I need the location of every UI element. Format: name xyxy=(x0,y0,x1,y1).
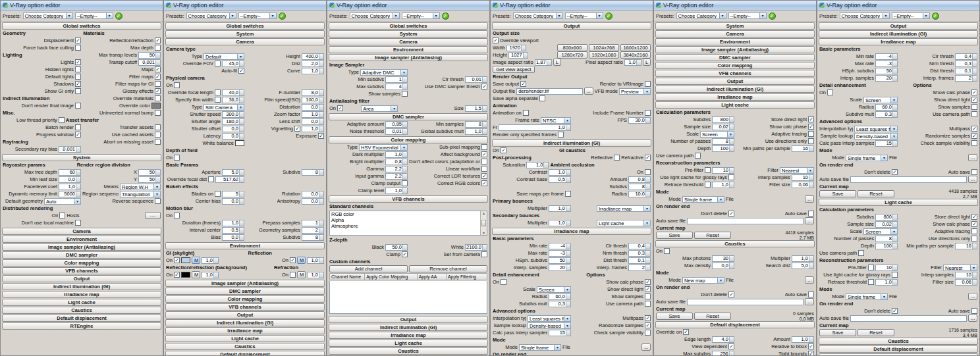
section-header-global-switches[interactable]: Global switches xyxy=(329,22,488,30)
checkbox-retrace-threshold[interactable] xyxy=(705,182,711,188)
field-override-focal-dist[interactable]: 517,62 xyxy=(215,176,244,183)
field-filter-size[interactable]: 0,06 xyxy=(955,279,977,286)
checkbox-filter-maps[interactable]: ✓ xyxy=(155,74,161,80)
section-header-camera[interactable]: Camera xyxy=(2,228,161,235)
dropdown-filter[interactable]: Nearest▾ xyxy=(943,265,977,271)
button-1920x1080[interactable]: 1920x1080 xyxy=(589,51,619,59)
checkbox-on[interactable]: ✓ xyxy=(174,272,180,278)
button-reset[interactable]: Reset xyxy=(694,232,731,239)
dropdown-mode[interactable]: Single frame▾ xyxy=(846,155,888,161)
section-header-vfb-channels[interactable]: VFB channels xyxy=(2,267,161,274)
section-header-environment[interactable]: Environment xyxy=(655,38,815,45)
button-item[interactable]: ... xyxy=(805,276,814,284)
field-shutter-speed[interactable]: 300,0 xyxy=(222,111,244,118)
checkbox-pre-filter[interactable] xyxy=(705,167,711,173)
preset-category-select[interactable]: Choose Category▾ xyxy=(676,13,726,19)
dropdown-vfb-mode[interactable]: Preview▾ xyxy=(619,88,651,95)
field-rotation[interactable]: 0,0 xyxy=(302,191,324,197)
field-amount[interactable]: 0,8 xyxy=(628,176,651,183)
checkbox-on[interactable] xyxy=(664,248,670,254)
checkbox-blades-on[interactable] xyxy=(215,191,221,197)
button-item[interactable]: ... xyxy=(968,315,977,322)
field-filter-size[interactable]: 0,06 xyxy=(792,182,814,188)
section-header-system[interactable]: System xyxy=(2,154,161,161)
button-reset[interactable]: Reset xyxy=(858,190,894,197)
field-subdivs-mult[interactable]: 0,3 xyxy=(875,111,898,118)
field-global-subdivs-mult[interactable]: 1,0 xyxy=(465,128,487,135)
checkbox-lights[interactable]: ✓ xyxy=(75,59,81,65)
checkbox-animation-on[interactable] xyxy=(523,110,529,116)
section-header-indirect-illumination-gi[interactable]: Indirect illumination (GI) xyxy=(165,319,325,326)
checkbox-on[interactable] xyxy=(174,155,180,161)
button-save[interactable]: Save xyxy=(656,232,693,239)
field-size[interactable]: 1,5 xyxy=(465,105,487,112)
field-auto-save-file[interactable] xyxy=(850,176,967,183)
checkbox-default-lights[interactable] xyxy=(75,74,81,80)
field-adaptive-amount[interactable]: 0,85 xyxy=(385,121,408,128)
dropdown-type[interactable]: Still Camera▾ xyxy=(204,104,244,111)
preset-category-select[interactable]: Choose Category▾ xyxy=(840,13,890,19)
field-x[interactable]: 50 xyxy=(138,169,161,176)
checkbox-auto-save[interactable] xyxy=(808,292,814,297)
section-header-default-displacement[interactable]: Default displacement xyxy=(819,345,978,353)
scroll-down-icon[interactable]: ▼ xyxy=(482,231,485,235)
field-prepass-samples[interactable]: 1 xyxy=(302,220,324,226)
button-1280x720[interactable]: 1280x720 xyxy=(557,51,587,59)
field-latency[interactable]: 0,0 xyxy=(222,133,244,140)
field-distortion[interactable]: 0,0 xyxy=(302,104,324,111)
section-header-default-displacement[interactable]: Default displacement xyxy=(655,321,815,328)
checkbox-on[interactable] xyxy=(174,82,180,88)
color-swatch[interactable] xyxy=(181,272,190,278)
button-item[interactable]: ... xyxy=(584,88,593,95)
section-header-environment[interactable]: Environment xyxy=(2,236,161,243)
checkbox-linear-workflow[interactable] xyxy=(481,166,487,172)
section-header-color-mapping[interactable]: Color mapping xyxy=(2,259,161,267)
apply-preset-button[interactable]: ✓ xyxy=(769,13,776,20)
custom-channels-table-body[interactable] xyxy=(329,281,487,314)
field-height[interactable]: 1027 xyxy=(508,52,528,59)
section-header-irradiance-map[interactable]: Irradiance map xyxy=(819,38,978,45)
button-save[interactable]: Save xyxy=(656,313,693,320)
window-titlebar[interactable]: V-Ray option editor xyxy=(1,1,163,11)
field-auto-save-file[interactable] xyxy=(687,218,803,224)
checkbox-don-t-delete[interactable]: ✓ xyxy=(892,308,898,314)
checkbox-show-direct-light[interactable]: ✓ xyxy=(645,286,651,292)
field-center-bias[interactable]: 0,0 xyxy=(222,198,244,205)
standard-channels-listbox[interactable]: RGB colorAlphaAtmosphere▲▼ xyxy=(329,211,487,236)
button-item[interactable]: ... xyxy=(805,195,814,203)
field-calc-pass-interp-samples[interactable]: 15 xyxy=(549,330,571,336)
section-header-image-sampler-antialiasing[interactable]: Image sampler (Antialiasing) xyxy=(2,243,161,251)
checkbox-override-focal-dist[interactable] xyxy=(208,176,214,182)
checkbox-override-viewport[interactable]: ✓ xyxy=(493,38,499,43)
dropdown-region-sequence[interactable]: Triangulation▾ xyxy=(120,191,161,197)
button-m[interactable]: M xyxy=(192,257,200,264)
field-radius[interactable]: 60,0 xyxy=(875,104,898,111)
field-depth[interactable]: 100 xyxy=(875,243,898,249)
section-header-environment[interactable]: Environment xyxy=(329,46,488,53)
field-hsph-subdivs[interactable]: 50 xyxy=(875,68,898,74)
field-sample-size[interactable]: 0,02 xyxy=(875,221,898,228)
checkbox-use-light-cache-for-glossy-rays[interactable] xyxy=(892,272,898,278)
section-header-indirect-illumination-gi[interactable]: Indirect illumination (GI) xyxy=(819,30,978,38)
checkbox-affect-background[interactable]: ✓ xyxy=(481,151,487,157)
section-header-caustics[interactable]: Caustics xyxy=(2,307,161,314)
field-radius[interactable]: 10,0 xyxy=(628,191,651,197)
field-clamp-level[interactable]: 1,0 xyxy=(385,188,408,194)
checkbox-low-thread-priority[interactable] xyxy=(59,117,65,123)
field-override-fov[interactable]: 45,0 xyxy=(222,61,244,67)
field-aperture[interactable]: 5,0 xyxy=(222,169,244,176)
field-gamma[interactable]: 2,2 xyxy=(385,166,408,172)
field-clr-thresh[interactable]: 0,4 xyxy=(628,243,651,249)
checkbox-show-gi-only[interactable] xyxy=(75,88,81,94)
window-titlebar[interactable]: V-Ray option editor xyxy=(491,1,653,11)
field-specify-film-width[interactable]: 36,0 xyxy=(222,97,244,103)
checkbox-don-t-delete[interactable]: ✓ xyxy=(892,169,898,175)
section-header-irradiance-map[interactable]: Irradiance map xyxy=(2,291,161,298)
checkbox-save-output[interactable]: ✓ xyxy=(520,81,526,87)
button-reset[interactable]: Reset xyxy=(694,313,731,320)
field-nrm-thresh[interactable]: 0,3 xyxy=(955,61,977,67)
checkbox-use-camera-path[interactable] xyxy=(971,111,977,117)
field-nrm-thresh[interactable]: 0,3 xyxy=(628,250,651,257)
checkbox-show-calc-phase[interactable]: ✓ xyxy=(971,221,977,227)
section-header-camera[interactable]: Camera xyxy=(655,30,815,38)
